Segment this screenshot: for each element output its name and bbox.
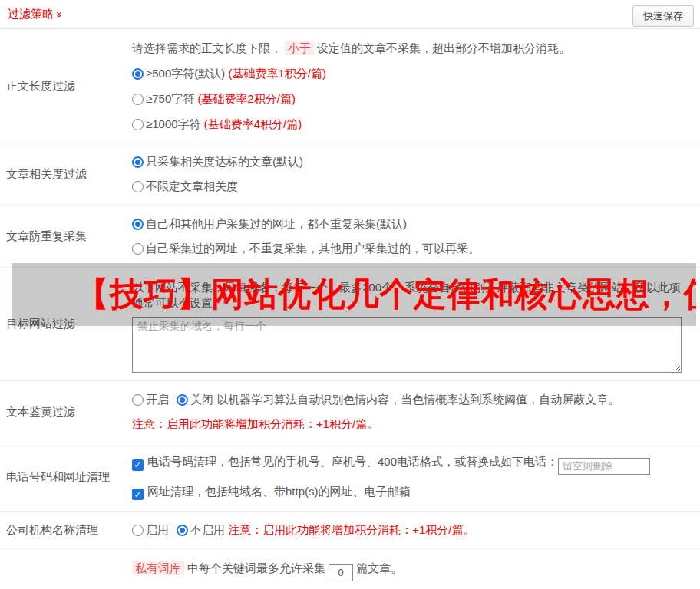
porn-filter-desc: 以机器学习算法自动识别色情内容，当色情概率达到系统阈值，自动屏蔽文章。 <box>216 393 619 406</box>
filter-strategy-page: 过滤策略 » 快速保存 正文长度过滤 请选择需求的正文长度下限，小于设定值的文章… <box>0 0 700 589</box>
intro-suffix: 设定值的文章不采集，超出部分不增加积分消耗。 <box>317 41 570 54</box>
row-content: 电话号码清理，包括常见的手机号、座机号、400电话格式，或替换成如下电话： 网址… <box>132 443 700 511</box>
checkbox-option-phone-cleanup[interactable]: 电话号码清理，包括常见的手机号、座机号、400电话格式，或替换成如下电话： <box>132 454 692 475</box>
porn-filter-warning: 注意：启用此功能将增加积分消耗：+1积分/篇。 <box>132 416 692 432</box>
intro-prefix: 请选择需求的正文长度下限， <box>132 41 282 54</box>
row-content: 开启关闭 以机器学习算法自动识别色情内容，当色情概率达到系统阈值，自动屏蔽文章。… <box>132 381 700 443</box>
checkbox-label: 电话号码清理，包括常见的手机号、座机号、400电话格式，或替换成如下电话： <box>147 455 558 468</box>
body-length-intro: 请选择需求的正文长度下限，小于设定值的文章不采集，超出部分不增加积分消耗。 <box>132 41 692 56</box>
quick-save-button[interactable]: 快速保存 <box>632 5 694 27</box>
radio-option-porn-off[interactable]: 关闭 <box>177 393 213 406</box>
fee-note: (基础费率2积分/篇) <box>197 92 296 105</box>
row-body-length-filter: 正文长度过滤 请选择需求的正文长度下限，小于设定值的文章不采集，超出部分不增加积… <box>0 29 700 143</box>
row-label: 文章相关度过滤 <box>0 143 132 205</box>
row-label: 文章防重复采集 <box>0 206 132 267</box>
radio-option-company-off[interactable]: 不启用 <box>177 523 225 536</box>
marquee-overlay: 【技巧】网站优化几个定律和核心思想，值得 <box>12 263 696 326</box>
row-porn-filter: 文本鉴黄过滤 开启关闭 以机器学习算法自动识别色情内容，当色情概率达到系统阈值，… <box>0 381 700 443</box>
row-dedupe-collection: 文章防重复采集 自己和其他用户采集过的网址，都不重复采集(默认) 自己采集过的网… <box>0 206 700 268</box>
fee-note: (基础费率1积分/篇) <box>228 67 326 80</box>
row-label: 公司机构名称清理 <box>0 512 132 548</box>
radio-option-dedupe-own[interactable]: 自己采集过的网址，不重复采集，其他用户采集过的，可以再采。 <box>132 241 692 256</box>
radio-option-relevance-default[interactable]: 只采集相关度达标的文章(默认) <box>132 154 692 169</box>
keyword-limit-suffix: 篇文章。 <box>356 561 402 574</box>
fee-note: (基础费率4积分/篇) <box>204 117 302 130</box>
radio-icon[interactable] <box>132 394 144 406</box>
row-phone-url-cleanup: 电话号码和网址清理 电话号码清理，包括常见的手机号、座机号、400电话格式，或替… <box>0 443 700 512</box>
row-label: 正文长度过滤 <box>0 29 132 143</box>
row-content: 自己和其他用户采集过的网址，都不重复采集(默认) 自己采集过的网址，不重复采集，… <box>132 206 700 267</box>
checkbox-label: 网址清理，包括纯域名、带http(s)的网址、电子邮箱 <box>147 485 411 498</box>
row-keyword-dedupe: 关键词防重复采集 私有词库中每个关键词最多允许采集 篇文章。 如果留空或设为0，… <box>0 549 700 589</box>
row-content: 私有词库中每个关键词最多允许采集 篇文章。 如果留空或设为0，则不限篇数。 如果… <box>132 549 700 589</box>
keyword-limit-text: 中每个关键词最多允许采集 <box>187 561 325 574</box>
radio-option-relevance-any[interactable]: 不限定文章相关度 <box>132 179 692 194</box>
radio-icon[interactable] <box>132 68 144 80</box>
radio-icon[interactable] <box>132 94 144 105</box>
marquee-headline[interactable]: 【技巧】网站优化几个定律和核心思想，值得 <box>12 272 696 317</box>
radio-icon[interactable] <box>132 156 144 168</box>
radio-label: 自己和其他用户采集过的网址，都不重复采集(默认) <box>146 217 407 230</box>
radio-option-750[interactable]: ≥750字符 (基础费率2积分/篇) <box>132 91 692 107</box>
radio-label: ≥1000字符 <box>146 117 201 130</box>
radio-icon[interactable] <box>132 219 144 230</box>
radio-label: ≥750字符 <box>146 92 194 105</box>
radio-label: 自己采集过的网址，不重复采集，其他用户采集过的，可以再采。 <box>146 242 480 255</box>
radio-label: 只采集相关度达标的文章(默认) <box>146 155 303 168</box>
row-label: 关键词防重复采集 <box>0 549 132 589</box>
checkbox-icon[interactable] <box>132 459 144 471</box>
row-content: 启用不启用 注意：启用此功能将增加积分消耗：+1积分/篇。 <box>132 512 700 548</box>
radio-icon[interactable] <box>177 525 188 536</box>
radio-option-dedupe-all[interactable]: 自己和其他用户采集过的网址，都不重复采集(默认) <box>132 216 692 232</box>
double-chevron-down-icon[interactable]: » <box>54 12 65 18</box>
row-label: 电话号码和网址清理 <box>0 443 132 511</box>
radio-option-1000[interactable]: ≥1000字符 (基础费率4积分/篇) <box>132 117 692 132</box>
radio-label: 不启用 <box>190 523 225 536</box>
checkbox-icon[interactable] <box>132 489 144 500</box>
checkbox-option-url-cleanup[interactable]: 网址清理，包括纯域名、带http(s)的网址、电子邮箱 <box>132 484 692 501</box>
radio-label: ≥500字符(默认) <box>146 67 225 80</box>
keyword-limit-input[interactable] <box>329 564 353 581</box>
radio-option-company-on[interactable]: 启用 <box>132 523 169 536</box>
radio-label: 关闭 <box>190 393 213 406</box>
radio-option-500[interactable]: ≥500字符(默认) (基础费率1积分/篇) <box>132 66 692 81</box>
radio-label: 开启 <box>146 393 169 406</box>
top-bar: 过滤策略 » 快速保存 <box>0 0 700 29</box>
replacement-phone-input[interactable] <box>558 458 650 475</box>
row-label: 文本鉴黄过滤 <box>0 381 132 443</box>
keyword-limit-line: 私有词库中每个关键词最多允许采集 篇文章。 <box>132 561 692 581</box>
less-than-tag: 小于 <box>285 41 314 55</box>
page-title: 过滤策略 <box>8 7 54 21</box>
radio-icon[interactable] <box>132 119 144 130</box>
row-relevance-filter: 文章相关度过滤 只采集相关度达标的文章(默认) 不限定文章相关度 <box>0 143 700 206</box>
porn-filter-options: 开启关闭 以机器学习算法自动识别色情内容，当色情概率达到系统阈值，自动屏蔽文章。 <box>132 392 692 407</box>
row-content: 只采集相关度达标的文章(默认) 不限定文章相关度 <box>132 143 700 205</box>
row-content: 请选择需求的正文长度下限，小于设定值的文章不采集，超出部分不增加积分消耗。 ≥5… <box>132 29 700 143</box>
radio-icon[interactable] <box>177 394 188 406</box>
radio-icon[interactable] <box>132 243 144 255</box>
row-company-name-cleanup: 公司机构名称清理 启用不启用 注意：启用此功能将增加积分消耗：+1积分/篇。 <box>0 512 700 549</box>
radio-icon[interactable] <box>132 181 144 192</box>
private-lexicon-tag: 私有词库 <box>132 561 184 575</box>
company-cleanup-warning: 注意：启用此功能将增加积分消耗：+1积分/篇。 <box>228 523 474 536</box>
radio-label: 启用 <box>146 523 169 536</box>
radio-label: 不限定文章相关度 <box>146 179 238 192</box>
radio-icon[interactable] <box>132 525 144 536</box>
radio-option-porn-on[interactable]: 开启 <box>132 393 169 406</box>
company-cleanup-options: 启用不启用 注意：启用此功能将增加积分消耗：+1积分/篇。 <box>132 522 692 538</box>
